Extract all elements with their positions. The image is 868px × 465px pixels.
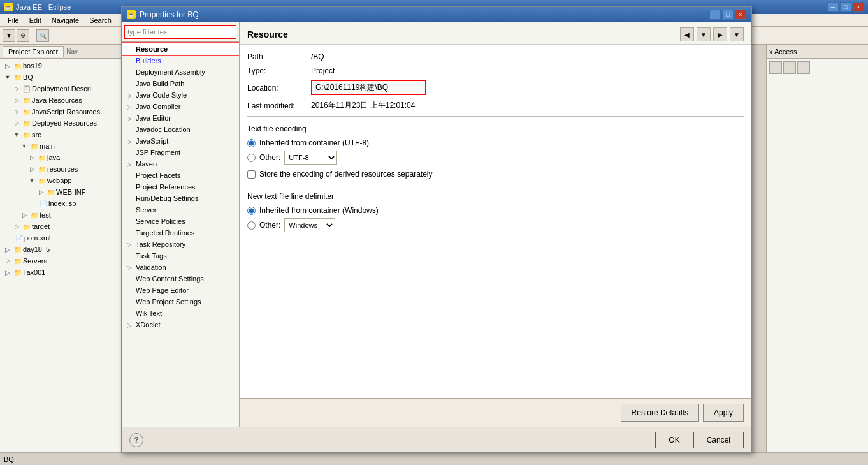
expand-icon: ▷ (11, 84, 22, 94)
dialog-controls: ─ □ × (709, 10, 746, 20)
settings-item-wikitext[interactable]: WikiText (122, 307, 239, 319)
derived-encoding-checkbox[interactable] (247, 170, 256, 179)
ok-button[interactable]: OK (655, 432, 693, 448)
apply-button[interactable]: Apply (703, 404, 744, 422)
tree-js-resources[interactable]: ▷ 📁 JavaScript Resources (0, 106, 127, 117)
settings-item-builders[interactable]: Builders (122, 55, 239, 66)
tree-java-resources[interactable]: ▷ 📁 Java Resources (0, 94, 127, 106)
settings-item-targeted-runtimes[interactable]: Targeted Runtimes (122, 227, 239, 239)
cancel-button[interactable]: Cancel (693, 432, 744, 448)
menu-file[interactable]: File (3, 15, 24, 26)
settings-item-web-page-editor[interactable]: Web Page Editor (122, 284, 239, 296)
radio-row-inherited-delimiter: Inherited from container (Windows) (247, 206, 744, 215)
tree-bos19[interactable]: ▷ 📁 bos19 (0, 60, 127, 71)
settings-item-java-compiler[interactable]: ▷ Java Compiler (122, 101, 239, 112)
tree-servers[interactable]: ▷ 📁 Servers (0, 255, 127, 267)
nav-forward-dropdown[interactable]: ▼ (730, 27, 744, 41)
settings-item-run-debug[interactable]: Run/Debug Settings (122, 193, 239, 204)
radio-inherited-delimiter-label: Inherited from container (Windows) (259, 206, 379, 215)
menu-navigate[interactable]: Navigate (47, 15, 84, 26)
radio-row-other-delimiter: Other: Windows Unix Mac (247, 218, 744, 232)
settings-item-web-project-settings[interactable]: Web Project Settings (122, 296, 239, 307)
radio-other-encoding[interactable] (247, 154, 256, 162)
dialog-maximize[interactable]: □ (722, 10, 734, 20)
help-icon[interactable]: ? (129, 433, 143, 447)
toolbar-btn-3[interactable]: 🔍 (36, 29, 49, 42)
tab-nav[interactable]: Nav (66, 48, 78, 55)
settings-item-java-editor[interactable]: ▷ Java Editor (122, 112, 239, 124)
tab-project-explorer[interactable]: Project Explorer (3, 46, 64, 57)
settings-item-task-repository[interactable]: ▷ Task Repository (122, 239, 239, 250)
tree-deployed-resources[interactable]: ▷ 📁 Deployed Resources (0, 117, 127, 129)
maximize-button[interactable]: □ (840, 2, 851, 12)
radio-other-delimiter[interactable] (247, 221, 256, 230)
tree-index-jsp[interactable]: 📄 index.jsp (0, 198, 127, 209)
tree-src[interactable]: ▼ 📁 src (0, 129, 127, 140)
settings-item-web-content[interactable]: Web Content Settings (122, 273, 239, 284)
settings-item-resource[interactable]: Resource (122, 43, 239, 55)
settings-item-java-build-path[interactable]: Java Build Path (122, 78, 239, 89)
tree-test[interactable]: ▷ 📁 test (0, 209, 127, 221)
restore-defaults-button[interactable]: Restore Defaults (621, 404, 699, 422)
menu-edit[interactable]: Edit (24, 15, 47, 26)
tree-web-inf[interactable]: ▷ 📁 WEB-INF (0, 186, 127, 198)
folder-icon: 📁 (37, 175, 47, 186)
tree-main[interactable]: ▼ 📁 main (0, 140, 127, 152)
toolbar-btn-1[interactable]: ▼ (3, 29, 15, 42)
nav-back-button[interactable]: ◀ (680, 27, 694, 41)
settings-item-deployment-assembly[interactable]: Deployment Assembly (122, 66, 239, 78)
right-tool-3[interactable] (797, 61, 810, 74)
settings-item-maven[interactable]: ▷ Maven (122, 158, 239, 170)
expand-arrow: ▷ (127, 138, 134, 145)
settings-item-label: Project References (136, 183, 196, 191)
radio-other-delimiter-label: Other: (259, 221, 280, 230)
location-value: G:\20161119构建\BQ (311, 80, 426, 95)
settings-item-xdoclet[interactable]: ▷ XDoclet (122, 319, 239, 330)
properties-dialog: ☕ Properties for BQ ─ □ × Resource (121, 6, 752, 453)
tree-deployment-desc[interactable]: ▷ 📋 Deployment Descri... (0, 83, 127, 94)
settings-item-label: Resource (136, 45, 168, 53)
expand-arrow: ▷ (127, 115, 134, 122)
folder-icon: 📁 (37, 152, 47, 163)
folder-icon: 📁 (13, 61, 23, 71)
menu-search[interactable]: Search (84, 15, 117, 26)
tree-java[interactable]: ▷ 📁 java (0, 152, 127, 163)
minimize-button[interactable]: ─ (827, 2, 839, 12)
dialog-close[interactable]: × (735, 10, 746, 20)
tree-webapp[interactable]: ▼ 📁 webapp (0, 175, 127, 186)
expand-arrow: ▷ (127, 321, 134, 328)
right-tool-2[interactable] (783, 61, 796, 74)
settings-item-validation[interactable]: ▷ Validation (122, 262, 239, 273)
nav-forward-button[interactable]: ▶ (713, 27, 727, 41)
settings-item-jsp-fragment[interactable]: JSP Fragment (122, 147, 239, 158)
nav-dropdown-button[interactable]: ▼ (697, 27, 711, 41)
folder-icon: 📁 (22, 118, 32, 128)
settings-item-project-facets[interactable]: Project Facets (122, 170, 239, 181)
tree-pom[interactable]: 📄 pom.xml (0, 232, 127, 244)
toolbar-btn-2[interactable]: ⚙ (17, 29, 29, 42)
right-tool-1[interactable] (769, 61, 782, 74)
settings-item-server[interactable]: Server (122, 204, 239, 216)
expand-arrow: ▷ (127, 103, 134, 110)
tree-tax001[interactable]: ▷ 📁 Tax001 (0, 267, 127, 278)
tree-target[interactable]: ▷ 📁 target (0, 221, 127, 232)
settings-item-service-policies[interactable]: Service Policies (122, 216, 239, 227)
settings-item-task-tags[interactable]: Task Tags (122, 250, 239, 262)
encoding-select[interactable]: UTF-8 UTF-16 ISO-8859-1 (284, 151, 337, 165)
tree-day18[interactable]: ▷ 📁 day18_5 (0, 244, 127, 255)
radio-inherited-delimiter[interactable] (247, 207, 256, 215)
tree-resources[interactable]: ▷ 📁 resources (0, 163, 127, 175)
expand-icon: ▷ (11, 221, 22, 232)
settings-tree: Resource Builders Deployment Assembly Ja… (122, 42, 239, 427)
settings-item-java-code-style[interactable]: ▷ Java Code Style (122, 89, 239, 101)
settings-item-project-references[interactable]: Project References (122, 181, 239, 193)
dialog-minimize[interactable]: ─ (709, 10, 721, 20)
delimiter-select[interactable]: Windows Unix Mac (284, 218, 335, 232)
filter-input[interactable] (124, 25, 236, 39)
settings-item-javadoc[interactable]: Javadoc Location (122, 124, 239, 135)
settings-item-javascript[interactable]: ▷ JavaScript (122, 135, 239, 147)
radio-inherited-encoding[interactable] (247, 139, 256, 147)
close-button[interactable]: × (853, 2, 864, 12)
tree-bq[interactable]: ▼ 📁 BQ (0, 71, 127, 83)
path-label: Path: (247, 52, 311, 61)
